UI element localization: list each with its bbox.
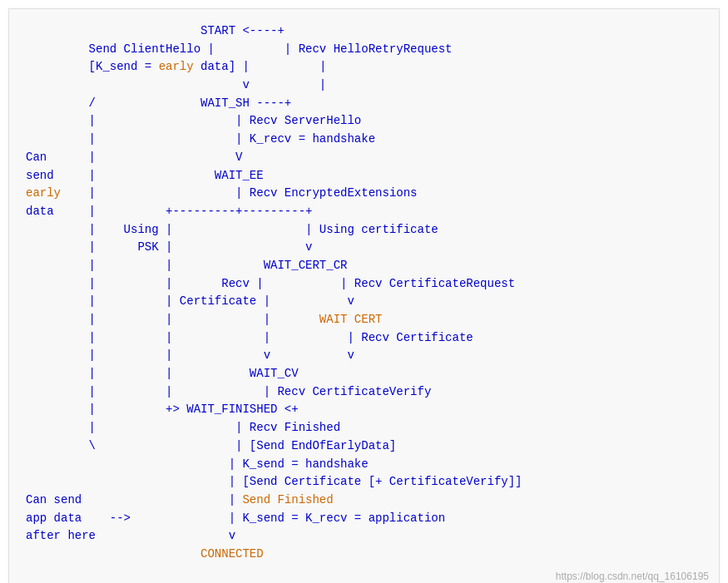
watermark: https://blog.csdn.net/qq_16106195 (556, 571, 709, 582)
diagram-content: START <----+ Send ClientHello | | Recv H… (26, 22, 702, 564)
diagram-container: START <----+ Send ClientHello | | Recv H… (8, 8, 720, 583)
